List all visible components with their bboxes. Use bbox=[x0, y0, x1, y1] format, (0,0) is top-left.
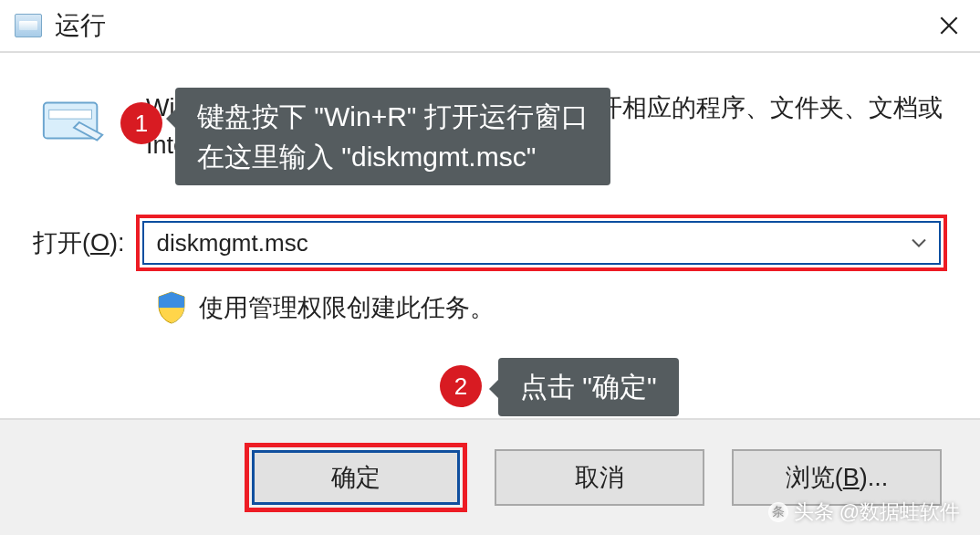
close-button[interactable] bbox=[927, 4, 971, 47]
admin-privilege-note: 使用管理权限创建此任务。 bbox=[157, 291, 947, 324]
titlebar: 运行 bbox=[0, 0, 980, 53]
watermark-icon: 条 bbox=[768, 502, 788, 522]
run-dialog-icon bbox=[38, 95, 109, 150]
open-input[interactable]: diskmgmt.msc bbox=[142, 221, 941, 265]
window-title: 运行 bbox=[55, 8, 106, 43]
cancel-button[interactable]: 取消 bbox=[495, 449, 704, 506]
run-title-icon bbox=[15, 14, 42, 37]
annotation-badge-2: 2 bbox=[440, 365, 482, 407]
chevron-down-icon[interactable] bbox=[912, 234, 926, 253]
svg-rect-1 bbox=[49, 110, 92, 119]
ok-button-highlight: 确定 bbox=[245, 443, 467, 512]
open-input-value: diskmgmt.msc bbox=[157, 229, 308, 257]
watermark: 条 头条 @数据蛙软件 bbox=[768, 498, 960, 526]
browse-button[interactable]: 浏览(B)... bbox=[732, 449, 942, 506]
annotation-callout-2: 点击 "确定" bbox=[498, 358, 679, 416]
annotation-callout-1: 键盘按下 "Win+R" 打开运行窗口 在这里输入 "diskmgmt.msc" bbox=[175, 88, 610, 185]
ok-button[interactable]: 确定 bbox=[252, 450, 460, 505]
open-label: 打开(O): bbox=[33, 226, 125, 259]
open-input-highlight: diskmgmt.msc bbox=[136, 215, 947, 271]
shield-icon bbox=[157, 291, 186, 324]
